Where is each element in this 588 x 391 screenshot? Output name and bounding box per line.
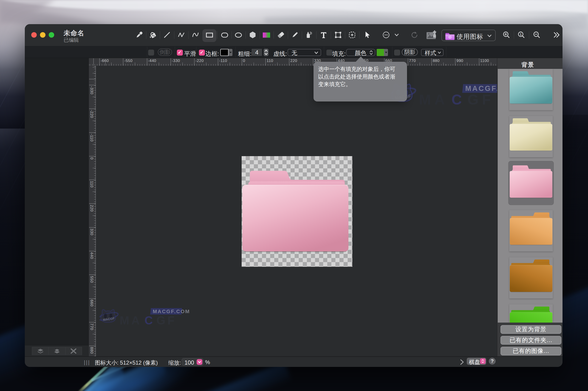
svg-text:MACGF.COM: MACGF.COM (153, 308, 190, 314)
svg-text:GF: GF (468, 91, 494, 107)
svg-text:MA: MA (419, 91, 448, 107)
svg-text:1: 1 (520, 32, 522, 36)
svg-text:MA: MA (120, 314, 142, 327)
svg-text:C: C (144, 314, 155, 327)
svg-text:GF: GF (156, 314, 176, 327)
svg-text:C: C (452, 91, 465, 107)
